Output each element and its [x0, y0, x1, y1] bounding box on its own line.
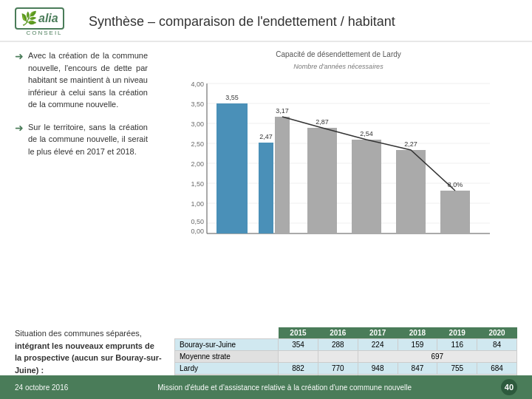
bouray-2019: 116 — [437, 339, 477, 351]
svg-text:3,17: 3,17 — [276, 107, 289, 115]
logo: 🌿 alia CONSEIL — [15, 7, 74, 36]
table-header-2016: 2016 — [318, 327, 358, 339]
lardy-2016: 770 — [318, 363, 358, 375]
svg-text:2,87: 2,87 — [316, 118, 329, 126]
bullet-text-2: Sur le territoire, sans la création de l… — [28, 121, 148, 158]
bullet-arrow-icon-1: ➜ — [15, 50, 24, 62]
footer: 24 octobre 2016 Mission d'étude et d'ass… — [0, 375, 532, 399]
moyenne1-2015 — [279, 351, 318, 363]
table-header-2019: 2019 — [437, 327, 477, 339]
table-header-empty — [175, 327, 279, 339]
bullet-arrow-icon-2: ➜ — [15, 122, 24, 134]
svg-text:3,50: 3,50 — [191, 100, 204, 108]
footer-mission: Mission d'étude et d'assistance relative… — [157, 383, 412, 392]
table-row-bouray: Bouray-sur-Juine 354 288 224 159 116 84 — [175, 339, 517, 351]
logo-text: alia — [38, 12, 58, 25]
bouray-2015: 354 — [279, 339, 318, 351]
svg-text:4,00: 4,00 — [191, 81, 204, 88]
footer-page-number: 40 — [501, 379, 517, 395]
svg-text:Prospective: Prospective — [440, 237, 471, 239]
lardy-2017: 948 — [358, 363, 398, 375]
chart-subtitle: Nombre d'années nécessaires — [293, 63, 383, 70]
svg-text:Prospective: Prospective — [351, 237, 382, 239]
table-header-row: 2015 2016 2017 2018 2019 2020 — [175, 327, 517, 339]
svg-text:1,00: 1,00 — [191, 200, 204, 208]
bar-2016-blue — [259, 143, 273, 233]
lardy-2019: 755 — [437, 363, 477, 375]
bouray-2020: 84 — [477, 339, 517, 351]
label-lardy: Lardy — [175, 363, 279, 375]
table-header-2015: 2015 — [279, 327, 318, 339]
svg-text:Prospective: Prospective — [395, 237, 426, 239]
situation-text-normal: Situation des communes séparées, — [15, 329, 142, 338]
svg-text:2,27: 2,27 — [404, 140, 417, 148]
svg-text:2,00: 2,00 — [191, 160, 204, 168]
table-row-lardy: Lardy 882 770 948 847 755 684 — [175, 363, 517, 375]
bar-ca2015-blue — [216, 103, 248, 233]
bar-2016-gray — [275, 117, 290, 233]
logo-leaf-icon: 🌿 — [21, 10, 37, 27]
header: 🌿 alia CONSEIL Synthèse – comparaison de… — [0, 0, 532, 42]
chart-container: 4,00 3,50 3,00 2,50 2,00 1,50 1,00 0,50 … — [160, 76, 517, 242]
logo-sub: CONSEIL — [15, 30, 74, 36]
left-panel: ➜ Avec la création de la commune nouvell… — [15, 50, 148, 316]
bouray-2016: 288 — [318, 339, 358, 351]
footer-date: 24 octobre 2016 — [15, 383, 68, 392]
lardy-2020: 684 — [477, 363, 517, 375]
lardy-2018: 847 — [398, 363, 437, 375]
logo-box: 🌿 alia — [15, 7, 64, 30]
label-moyenne1: Moyenne strate — [175, 351, 279, 363]
moyenne1-697: 697 — [358, 351, 516, 363]
svg-text:Prospective: Prospective — [255, 237, 286, 239]
table-header-2017: 2017 — [358, 327, 398, 339]
svg-text:Prospective: Prospective — [307, 237, 338, 239]
main-content: ➜ Avec la création de la commune nouvell… — [0, 42, 532, 323]
bar-2018-gray — [352, 140, 381, 233]
table-row-moyenne1: Moyenne strate 697 — [175, 351, 517, 363]
svg-text:1,50: 1,50 — [191, 180, 204, 188]
bar-2017-gray — [307, 128, 337, 233]
bullet-1: ➜ Avec la création de la commune nouvell… — [15, 50, 148, 111]
bar-chart: 4,00 3,50 3,00 2,50 2,00 1,50 1,00 0,50 … — [160, 76, 517, 239]
svg-text:CA 2015: CA 2015 — [221, 237, 244, 239]
svg-text:3,55: 3,55 — [225, 94, 239, 101]
svg-text:0,50: 0,50 — [191, 218, 204, 225]
bouray-2017: 224 — [358, 339, 398, 351]
svg-text:2,50: 2,50 — [191, 140, 204, 148]
chart-panel: Capacité de désendettement de Lardy Nomb… — [160, 50, 517, 316]
svg-text:2,47: 2,47 — [259, 133, 273, 140]
bar-2019-gray — [396, 150, 426, 233]
svg-text:3,00: 3,00 — [191, 120, 204, 128]
bullet-2: ➜ Sur le territoire, sans la création de… — [15, 121, 148, 158]
bullet-text-1: Avec la création de la commune nouvelle,… — [28, 50, 148, 111]
label-bouray: Bouray-sur-Juine — [175, 339, 279, 351]
svg-text:8,0%: 8,0% — [448, 181, 463, 188]
table-header-2020: 2020 — [477, 327, 517, 339]
svg-text:2,54: 2,54 — [360, 130, 373, 137]
chart-title: Capacité de désendettement de Lardy — [276, 50, 401, 60]
table-header-2018: 2018 — [398, 327, 437, 339]
svg-text:0,00: 0,00 — [191, 228, 204, 235]
moyenne1-2016 — [318, 351, 358, 363]
lardy-2015: 882 — [279, 363, 318, 375]
situation-text-bold: intégrant les nouveaux emprunts de la pr… — [15, 341, 162, 375]
bar-2020-gray — [440, 191, 470, 233]
page-title: Synthèse – comparaison de l'endettement … — [89, 14, 395, 30]
bouray-2018: 159 — [398, 339, 437, 351]
